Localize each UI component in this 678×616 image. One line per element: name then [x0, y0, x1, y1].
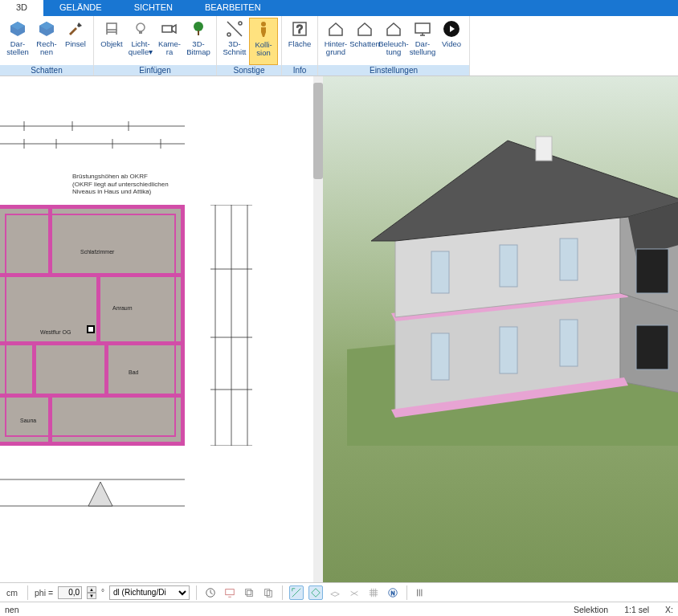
ribbon-group-einstellungen: Hinter- grund Schatten Beleuch- tung Dar…	[318, 16, 470, 75]
scissors-icon	[225, 19, 244, 39]
ribbon-group-schatten: Dar- stellen Rech- nen Pinsel Schatten	[0, 16, 94, 75]
room-label: Bad	[129, 369, 138, 375]
screen-icon	[413, 19, 432, 39]
objekt-button[interactable]: Objekt	[97, 18, 126, 65]
house-3d-render	[347, 108, 678, 446]
svg-rect-45	[431, 251, 449, 293]
ribbon-group-label: Einfügen	[94, 65, 216, 75]
pinsel-button[interactable]: Pinsel	[61, 18, 90, 65]
kollision-button[interactable]: Kolli- sion	[249, 18, 278, 65]
kamera-button[interactable]: Kame- ra	[155, 18, 184, 65]
button-label: grund	[326, 48, 345, 56]
button-label: Pinsel	[65, 40, 86, 48]
svg-rect-2	[139, 31, 142, 34]
play-icon	[442, 19, 461, 39]
video-button[interactable]: Video	[437, 18, 466, 65]
beleuchtung-button[interactable]: Beleuch- tung	[379, 18, 408, 65]
button-label: stellung	[410, 48, 436, 56]
north-icon[interactable]: N	[386, 585, 400, 600]
button-label: Bitmap	[186, 48, 210, 56]
button-label: Video	[442, 40, 461, 48]
hintergrund-button[interactable]: Hinter- grund	[321, 18, 350, 65]
cube-icon	[8, 19, 27, 39]
button-label: sion	[256, 49, 270, 57]
phi-input[interactable]	[58, 586, 82, 599]
svg-rect-47	[560, 239, 578, 280]
section-sketch	[0, 470, 185, 518]
svg-rect-49	[636, 325, 668, 369]
lichtquelle-button[interactable]: Licht- quelle▾	[126, 18, 155, 65]
rechnen-button[interactable]: Rech- nen	[32, 18, 61, 65]
dimension-lines-right	[209, 205, 265, 446]
phi-spinner[interactable]: ▲▼	[87, 586, 96, 599]
room-label: Schlafzimmer	[80, 249, 114, 255]
status-ratio: 1:1 sel	[624, 605, 649, 614]
tab-3d[interactable]: 3D	[0, 0, 43, 16]
floor-plan: Schlafzimmer Anraum Westflur OG Bad Saun…	[0, 205, 185, 446]
svg-rect-46	[500, 245, 517, 287]
svg-text:N: N	[391, 589, 395, 595]
snap-endpoint-icon[interactable]	[289, 585, 304, 600]
button-label: Schnitt	[223, 48, 246, 56]
svg-point-1	[137, 23, 145, 31]
room-label: Westflur OG	[40, 329, 71, 335]
snap-tilted-icon[interactable]	[347, 585, 361, 600]
screen-icon[interactable]	[223, 585, 237, 600]
3d-bitmap-button[interactable]: 3D- Bitmap	[184, 18, 213, 65]
ribbon-group-einfuegen: Objekt Licht- quelle▾ Kame- ra 3D- Bitma…	[94, 16, 217, 75]
svg-rect-51	[226, 589, 235, 594]
svg-point-4	[194, 22, 203, 31]
3d-schnitt-button[interactable]: 3D- Schnitt	[220, 18, 249, 65]
bulb-icon	[131, 19, 150, 39]
svg-rect-0	[107, 23, 116, 30]
house-icon	[384, 19, 403, 39]
status-left: nen	[5, 605, 19, 614]
dimension-lines-top	[0, 116, 185, 189]
button-label: Fläche	[288, 40, 312, 48]
svg-text:?: ?	[296, 22, 303, 35]
question-icon: ?	[290, 19, 309, 39]
svg-rect-43	[500, 327, 517, 373]
bottom-toolbar: cm phi = ▲▼ ° dl (Richtung/Di N	[0, 582, 678, 602]
copy-icon[interactable]	[261, 585, 276, 600]
3d-view[interactable]	[323, 76, 678, 582]
svg-point-7	[239, 22, 242, 25]
vertical-scrollbar[interactable]	[313, 76, 323, 582]
button-label: Schatten	[349, 40, 380, 48]
house-icon	[355, 19, 374, 39]
darstellung-button[interactable]: Dar- stellung	[408, 18, 437, 65]
floorplan-2d-view[interactable]: Brüstungshöhen ab OKRF (OKRF liegt auf u…	[0, 76, 313, 582]
ribbon-group-label: Einstellungen	[318, 65, 469, 75]
scrollbar-thumb[interactable]	[313, 83, 323, 179]
button-label: ra	[166, 48, 173, 56]
ribbon-group-label: Info	[282, 65, 317, 75]
flaeche-button[interactable]: ? Fläche	[285, 18, 314, 65]
svg-rect-44	[560, 320, 578, 366]
svg-point-8	[261, 22, 266, 27]
ruler-options-icon[interactable]	[414, 585, 428, 600]
darstellen-button[interactable]: Dar- stellen	[3, 18, 32, 65]
direction-select[interactable]: dl (Richtung/Di	[109, 585, 190, 600]
room-label: Sauna	[20, 418, 36, 423]
layers-icon[interactable]	[242, 585, 256, 600]
snap-plane-icon[interactable]	[328, 585, 342, 600]
ribbon: Dar- stellen Rech- nen Pinsel Schatten O…	[0, 16, 678, 76]
svg-rect-3	[162, 26, 172, 32]
phi-label: phi =	[35, 588, 53, 598]
grid-icon[interactable]	[366, 585, 381, 600]
selection-marker[interactable]	[87, 325, 95, 333]
button-label: quelle▾	[129, 48, 153, 56]
status-selektion: Selektion	[574, 605, 608, 614]
ribbon-group-label: Schatten	[0, 65, 93, 75]
svg-rect-48	[636, 249, 668, 293]
tab-gelaende[interactable]: GELÄNDE	[43, 0, 118, 16]
clock-icon[interactable]	[203, 585, 218, 600]
chair-icon	[102, 19, 121, 39]
tab-bearbeiten[interactable]: BEARBEITEN	[189, 0, 277, 16]
snap-diamond-icon[interactable]	[308, 585, 323, 600]
brush-icon	[66, 19, 85, 39]
schatten-settings-button[interactable]: Schatten	[350, 18, 379, 65]
tab-sichten[interactable]: SICHTEN	[118, 0, 189, 16]
svg-rect-5	[198, 31, 199, 35]
button-label: stellen	[6, 48, 28, 56]
